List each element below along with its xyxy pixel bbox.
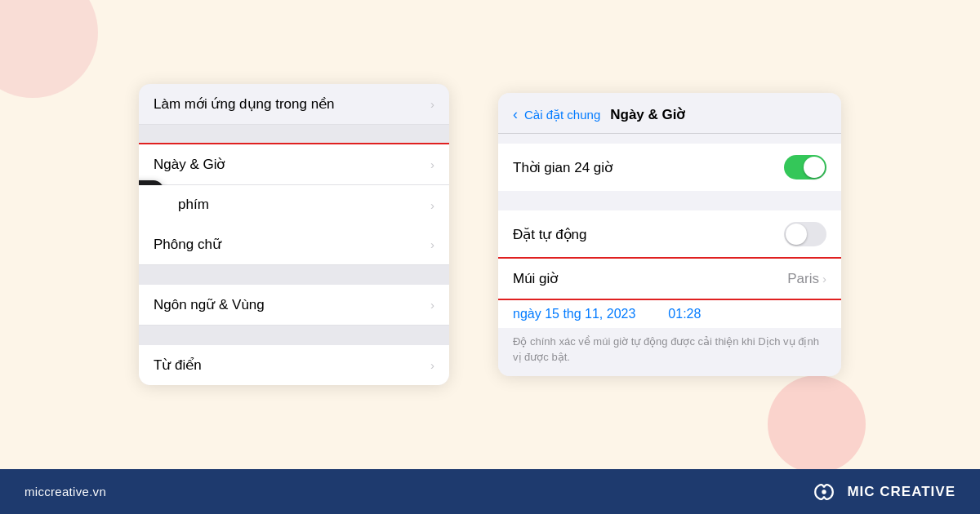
auto-set-toggle[interactable] <box>784 222 826 246</box>
svg-point-0 <box>822 490 826 494</box>
settings-item-bg-refresh[interactable]: Làm mới ứng dụng trong nền › <box>139 84 449 125</box>
datetime-header: ‹ Cài đặt chung Ngày & Giờ <box>498 93 841 134</box>
spacer-3 <box>139 326 449 345</box>
date-time-chevron-icon: › <box>430 157 434 171</box>
footer-brand-name: MIC CREATIVE <box>847 484 956 500</box>
page-title: Ngày & Giờ <box>610 106 684 123</box>
time-24h-section: Thời gian 24 giờ <box>498 144 841 191</box>
date-display: ngày 15 thg 11, 2023 <box>513 307 635 321</box>
mic-creative-logo-icon <box>809 477 839 507</box>
timezone-value: Paris › <box>787 271 826 287</box>
settings-list-panel: Làm mới ứng dụng trong nền › Ngày & Giờ … <box>139 84 449 385</box>
settings-item-keyboard[interactable]: phím › <box>139 185 449 224</box>
auto-set-label: Đặt tự động <box>513 226 587 243</box>
fonts-chevron-icon: › <box>430 237 434 251</box>
footer-bar: miccreative.vn MIC CREATIVE <box>0 469 980 514</box>
breadcrumb-text[interactable]: Cài đặt chung <box>524 108 600 122</box>
datetime-display: ngày 15 thg 11, 2023 01:28 <box>498 299 841 328</box>
keyboard-row: phím › <box>139 185 449 224</box>
footer-brand: MIC CREATIVE <box>809 477 956 507</box>
auto-set-section: Đặt tự động Múi giờ Paris › <box>498 210 841 299</box>
dt-spacer-1 <box>498 191 841 201</box>
timezone-label: Múi giờ <box>513 270 558 287</box>
time-24h-item[interactable]: Thời gian 24 giờ <box>498 144 841 191</box>
timezone-item[interactable]: Múi giờ Paris › <box>498 259 841 299</box>
timezone-footnote: Độ chính xác về múi giờ tự động được cải… <box>498 328 841 375</box>
dictionary-label: Từ điển <box>154 357 202 374</box>
date-time-label: Ngày & Giờ <box>154 156 225 173</box>
keyboard-chevron-icon: › <box>430 198 434 212</box>
timezone-city: Paris <box>787 271 819 287</box>
spacer-1 <box>139 125 449 144</box>
language-chevron-icon: › <box>430 298 434 312</box>
datetime-panel: ‹ Cài đặt chung Ngày & Giờ Thời gian 24 … <box>498 93 841 375</box>
language-label: Ngôn ngữ & Vùng <box>154 296 265 313</box>
time-24h-toggle[interactable] <box>784 155 826 179</box>
fonts-label: Phông chữ <box>154 236 221 253</box>
footer-website: miccreative.vn <box>24 485 106 498</box>
time-display: 01:28 <box>668 307 701 321</box>
spacer-2 <box>139 265 449 285</box>
dictionary-chevron-icon: › <box>430 358 434 372</box>
keyboard-label: phím <box>178 197 209 213</box>
settings-item-fonts[interactable]: Phông chữ › <box>139 224 449 265</box>
settings-item-language[interactable]: Ngôn ngữ & Vùng › <box>139 285 449 326</box>
timezone-chevron-icon: › <box>822 272 826 286</box>
main-content: Làm mới ứng dụng trong nền › Ngày & Giờ … <box>0 0 980 469</box>
bg-refresh-chevron-icon: › <box>430 97 434 111</box>
back-chevron-icon: ‹ <box>513 106 518 123</box>
auto-set-item[interactable]: Đặt tự động <box>498 210 841 259</box>
settings-item-date-time[interactable]: Ngày & Giờ › <box>139 144 449 185</box>
time-24h-label: Thời gian 24 giờ <box>513 159 612 176</box>
bg-refresh-label: Làm mới ứng dụng trong nền <box>154 95 335 113</box>
settings-item-dictionary[interactable]: Từ điển › <box>139 345 449 385</box>
